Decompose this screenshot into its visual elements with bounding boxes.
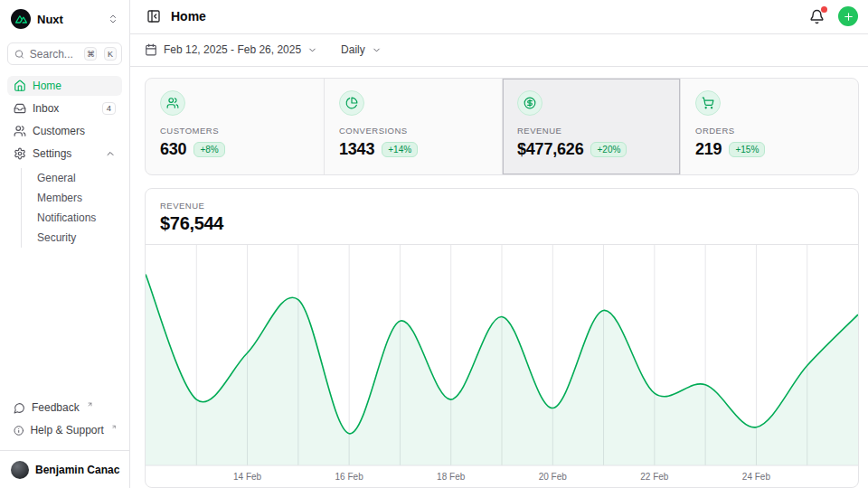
stat-card-orders[interactable]: ORDERS 219 +15% bbox=[680, 79, 858, 174]
stat-value: 219 bbox=[695, 140, 722, 159]
sidebar-footer: Feedback Help & Support Benjamin Canac bbox=[7, 398, 122, 481]
stat-value: $477,626 bbox=[517, 140, 583, 159]
sidebar: Nuxt Search... ⌘ K Home Inbox 4 Custom bbox=[0, 0, 130, 488]
add-button[interactable] bbox=[838, 6, 858, 26]
divider bbox=[0, 450, 129, 451]
chevrons-up-down-icon bbox=[108, 14, 118, 24]
x-axis-tick-label: 18 Feb bbox=[437, 472, 466, 482]
sidebar-item-inbox[interactable]: Inbox 4 bbox=[7, 99, 122, 118]
sub-item-label: Notifications bbox=[37, 211, 96, 224]
chart-header: REVENUE $76,544 bbox=[146, 189, 858, 245]
chevron-down-icon bbox=[307, 45, 317, 55]
stat-value: 630 bbox=[160, 140, 186, 159]
chevron-up-icon bbox=[105, 148, 116, 159]
sidebar-item-notifications[interactable]: Notifications bbox=[22, 208, 122, 228]
granularity-value: Daily bbox=[341, 43, 365, 56]
stat-delta-badge: +15% bbox=[729, 142, 765, 157]
footer-item-label: Help & Support bbox=[30, 424, 103, 436]
filter-toolbar: Feb 12, 2025 - Feb 26, 2025 Daily bbox=[130, 34, 868, 67]
stat-card-customers[interactable]: CUSTOMERS 630 +8% bbox=[146, 79, 324, 174]
chevron-down-icon bbox=[372, 45, 382, 55]
user-menu[interactable]: Benjamin Canac bbox=[7, 454, 122, 481]
chart-metric-label: REVENUE bbox=[160, 201, 844, 211]
sidebar-item-members[interactable]: Members bbox=[22, 188, 122, 208]
plus-icon bbox=[843, 11, 854, 23]
sidebar-item-label: Inbox bbox=[33, 102, 59, 115]
stat-delta-badge: +14% bbox=[382, 142, 418, 157]
dollar-circle-icon bbox=[524, 97, 536, 109]
users-icon bbox=[14, 125, 26, 137]
workspace-switcher[interactable]: Nuxt bbox=[7, 7, 122, 31]
footer-item-label: Feedback bbox=[32, 401, 80, 414]
stat-card-conversions[interactable]: CONVERSIONS 1343 +14% bbox=[324, 79, 502, 174]
shopping-cart-icon bbox=[702, 97, 714, 109]
kbd-k: K bbox=[104, 47, 117, 61]
info-circle-icon bbox=[14, 425, 24, 436]
sub-item-label: General bbox=[37, 172, 76, 184]
stat-value: 1343 bbox=[339, 140, 374, 159]
search-icon bbox=[14, 49, 24, 60]
sidebar-item-security[interactable]: Security bbox=[22, 228, 122, 248]
nuxt-logo-icon bbox=[11, 9, 31, 29]
sub-item-label: Security bbox=[37, 231, 76, 244]
house-icon bbox=[14, 80, 26, 92]
avatar bbox=[11, 461, 29, 479]
stat-delta-badge: +8% bbox=[193, 142, 224, 157]
panel-left-close-icon bbox=[146, 9, 161, 23]
sub-item-label: Members bbox=[37, 192, 82, 204]
search-placeholder: Search... bbox=[30, 48, 73, 61]
user-name: Benjamin Canac bbox=[35, 464, 119, 476]
message-circle-icon bbox=[14, 402, 25, 414]
gear-icon bbox=[14, 147, 26, 160]
sidebar-item-label: Customers bbox=[33, 125, 85, 137]
arrow-up-right-icon bbox=[111, 424, 117, 430]
x-axis-tick-label: 14 Feb bbox=[233, 472, 262, 482]
sidebar-item-general[interactable]: General bbox=[22, 168, 122, 188]
revenue-area-chart[interactable]: 14 Feb16 Feb18 Feb20 Feb22 Feb24 Feb bbox=[146, 245, 858, 488]
pie-chart-icon bbox=[345, 97, 358, 109]
date-range-value: Feb 12, 2025 - Feb 26, 2025 bbox=[164, 43, 301, 56]
chart-metric-value: $76,544 bbox=[160, 213, 844, 234]
x-axis-tick-label: 24 Feb bbox=[742, 472, 771, 482]
sidebar-item-label: Home bbox=[33, 80, 61, 92]
sidebar-nav: Home Inbox 4 Customers Settings General … bbox=[7, 76, 122, 248]
x-axis-tick-label: 20 Feb bbox=[539, 472, 568, 482]
calendar-icon bbox=[145, 43, 157, 56]
stats-row: CUSTOMERS 630 +8% CONVERSIONS 1343 +14% bbox=[145, 78, 859, 175]
top-bar: Home bbox=[130, 0, 868, 34]
main-area: Home Feb 12, 2025 - Feb 26, 2025 Daily bbox=[130, 0, 868, 488]
users-icon bbox=[166, 97, 179, 109]
revenue-chart-card: REVENUE $76,544 14 Feb16 Feb18 Feb20 Feb… bbox=[145, 188, 859, 488]
sidebar-item-customers[interactable]: Customers bbox=[7, 121, 122, 141]
stat-label: ORDERS bbox=[695, 126, 844, 136]
page-title: Home bbox=[171, 9, 206, 23]
feedback-link[interactable]: Feedback bbox=[7, 398, 122, 418]
settings-submenu: General Members Notifications Security bbox=[21, 168, 122, 248]
date-range-picker[interactable]: Feb 12, 2025 - Feb 26, 2025 bbox=[145, 43, 317, 56]
stat-label: CUSTOMERS bbox=[160, 126, 309, 136]
stat-card-revenue[interactable]: REVENUE $477,626 +20% bbox=[502, 79, 680, 174]
sidebar-item-label: Settings bbox=[33, 147, 71, 160]
arrow-up-right-icon bbox=[87, 401, 93, 408]
granularity-select[interactable]: Daily bbox=[341, 43, 382, 56]
search-input[interactable]: Search... ⌘ K bbox=[7, 42, 122, 65]
stat-label: CONVERSIONS bbox=[339, 126, 487, 136]
collapse-sidebar-button[interactable] bbox=[145, 7, 163, 25]
stat-delta-badge: +20% bbox=[590, 142, 627, 157]
content: CUSTOMERS 630 +8% CONVERSIONS 1343 +14% bbox=[130, 67, 868, 488]
notification-dot bbox=[821, 6, 827, 13]
x-axis-tick-label: 16 Feb bbox=[335, 472, 364, 482]
inbox-icon bbox=[14, 102, 26, 115]
sidebar-item-home[interactable]: Home bbox=[7, 76, 122, 96]
sidebar-item-settings[interactable]: Settings bbox=[7, 144, 122, 164]
x-axis-tick-label: 22 Feb bbox=[640, 472, 669, 482]
dashboard-app: Nuxt Search... ⌘ K Home Inbox 4 Custom bbox=[0, 0, 868, 488]
kbd-cmd: ⌘ bbox=[84, 47, 97, 61]
workspace-name: Nuxt bbox=[37, 13, 63, 26]
inbox-count-badge: 4 bbox=[102, 102, 116, 115]
stat-label: REVENUE bbox=[517, 126, 665, 136]
help-support-link[interactable]: Help & Support bbox=[7, 420, 122, 440]
